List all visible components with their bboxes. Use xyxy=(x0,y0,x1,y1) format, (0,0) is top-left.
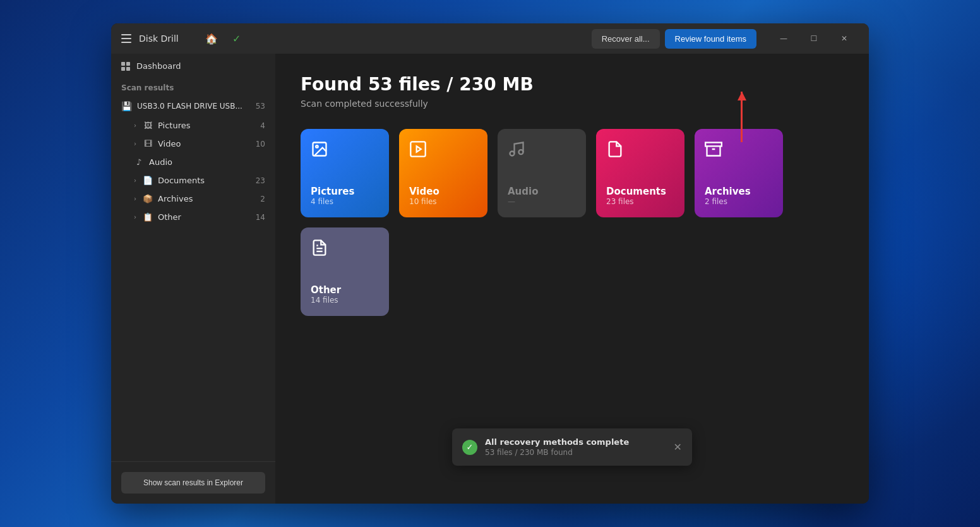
sidebar-item-video[interactable]: › 🎞 Video 10 xyxy=(111,135,275,153)
archives-count: 2 xyxy=(260,195,265,203)
sidebar-item-dashboard[interactable]: Dashboard xyxy=(111,54,275,78)
window-controls: — ☐ ✕ xyxy=(769,28,859,49)
card-documents-icon xyxy=(606,140,674,162)
card-other[interactable]: Other 14 files xyxy=(301,227,389,316)
audio-icon: ♪ xyxy=(134,157,144,167)
card-pictures-title: Pictures xyxy=(311,186,379,197)
chevron-archives-icon: › xyxy=(134,195,136,202)
chevron-documents-icon: › xyxy=(134,177,136,184)
documents-icon: 📄 xyxy=(143,176,153,185)
device-icon: 💾 xyxy=(121,101,132,111)
other-label: Other xyxy=(158,212,251,222)
sidebar-item-documents[interactable]: › 📄 Documents 23 xyxy=(111,171,275,190)
card-archives-count: 2 files xyxy=(705,197,773,206)
toast-title: All recovery methods complete xyxy=(485,437,666,447)
recover-all-button[interactable]: Recover all... xyxy=(592,29,660,49)
card-audio[interactable]: Audio — xyxy=(498,129,586,217)
arrow-annotation xyxy=(741,92,743,142)
sidebar-item-audio[interactable]: ♪ Audio xyxy=(111,153,275,171)
card-video-icon xyxy=(409,140,477,162)
sidebar-item-archives[interactable]: › 📦 Archives 2 xyxy=(111,190,275,208)
card-documents[interactable]: Documents 23 files xyxy=(596,129,684,217)
card-pictures-icon xyxy=(311,140,379,162)
svg-point-1 xyxy=(316,145,318,148)
toast: ✓ All recovery methods complete 53 files… xyxy=(452,428,692,466)
check-button[interactable]: ✓ xyxy=(227,28,247,49)
card-archives-title: Archives xyxy=(705,186,773,197)
card-pictures-count: 4 files xyxy=(311,197,379,206)
sidebar: Dashboard Scan results 💾 USB3.0 FLASH DR… xyxy=(111,54,275,504)
toast-close-button[interactable]: ✕ xyxy=(674,441,682,453)
svg-marker-3 xyxy=(417,146,421,152)
pictures-label: Pictures xyxy=(158,121,255,130)
card-archives-icon xyxy=(705,140,773,162)
sidebar-item-other[interactable]: › 📋 Other 14 xyxy=(111,208,275,226)
title-bar-actions: Recover all... Review found items — ☐ ✕ xyxy=(592,28,859,49)
video-count: 10 xyxy=(256,140,265,148)
archives-label: Archives xyxy=(158,194,255,203)
title-bar: Disk Drill 🏠 ✓ Recover all... Review fou… xyxy=(111,23,869,54)
app-title: Disk Drill xyxy=(139,33,179,44)
scan-results-section-label: Scan results xyxy=(111,78,275,96)
dashboard-label: Dashboard xyxy=(136,61,181,71)
title-bar-nav: 🏠 ✓ xyxy=(201,28,247,49)
sidebar-device[interactable]: 💾 USB3.0 FLASH DRIVE USB... 53 xyxy=(111,96,275,116)
dashboard-icon xyxy=(121,62,130,71)
device-count: 53 xyxy=(256,102,265,111)
card-video[interactable]: Video 10 files xyxy=(399,129,487,217)
pictures-count: 4 xyxy=(260,121,265,130)
chevron-other-icon: › xyxy=(134,214,136,221)
app-window: Disk Drill 🏠 ✓ Recover all... Review fou… xyxy=(111,23,869,504)
found-title: Found 53 files / 230 MB xyxy=(301,74,844,95)
card-other-title: Other xyxy=(311,284,379,296)
show-explorer-button[interactable]: Show scan results in Explorer xyxy=(121,472,265,494)
maximize-button[interactable]: ☐ xyxy=(799,28,828,49)
cards-grid: Pictures 4 files Video 10 files xyxy=(301,129,844,316)
archives-icon: 📦 xyxy=(143,194,153,203)
svg-rect-2 xyxy=(410,142,425,156)
toast-subtitle: 53 files / 230 MB found xyxy=(485,448,666,457)
video-icon: 🎞 xyxy=(143,139,153,148)
card-audio-title: Audio xyxy=(508,186,576,197)
card-audio-count: — xyxy=(508,197,576,206)
card-other-icon xyxy=(311,239,379,260)
device-name: USB3.0 FLASH DRIVE USB... xyxy=(137,102,251,111)
card-pictures[interactable]: Pictures 4 files xyxy=(301,129,389,217)
card-video-title: Video xyxy=(409,186,477,197)
svg-point-5 xyxy=(519,150,523,154)
title-bar-left: Disk Drill 🏠 ✓ xyxy=(121,28,247,49)
card-video-count: 10 files xyxy=(409,197,477,206)
review-found-button[interactable]: Review found items xyxy=(665,29,756,49)
svg-rect-6 xyxy=(705,143,722,147)
chevron-pictures-icon: › xyxy=(134,122,136,129)
audio-label: Audio xyxy=(149,157,260,167)
card-documents-count: 23 files xyxy=(606,197,674,206)
close-button[interactable]: ✕ xyxy=(830,28,859,49)
svg-point-4 xyxy=(510,152,515,156)
card-documents-title: Documents xyxy=(606,186,674,197)
other-icon: 📋 xyxy=(143,212,153,222)
chevron-video-icon: › xyxy=(134,140,136,147)
card-archives[interactable]: Archives 2 files xyxy=(695,129,783,217)
toast-container: ✓ All recovery methods complete 53 files… xyxy=(452,428,692,466)
card-audio-icon xyxy=(508,140,576,162)
pictures-icon: 🖼 xyxy=(143,121,153,130)
main-layout: Dashboard Scan results 💾 USB3.0 FLASH DR… xyxy=(111,54,869,504)
sidebar-footer: Show scan results in Explorer xyxy=(111,461,275,504)
card-other-count: 14 files xyxy=(311,296,379,305)
other-count: 14 xyxy=(256,213,265,222)
found-subtitle: Scan completed successfully xyxy=(301,99,844,109)
hamburger-menu-icon[interactable] xyxy=(121,34,131,43)
documents-label: Documents xyxy=(158,176,251,185)
toast-check-icon: ✓ xyxy=(462,440,477,455)
minimize-button[interactable]: — xyxy=(769,28,798,49)
arrow-line xyxy=(741,92,743,142)
video-label: Video xyxy=(158,139,251,148)
documents-count: 23 xyxy=(256,176,265,185)
home-button[interactable]: 🏠 xyxy=(201,28,222,49)
sidebar-item-pictures[interactable]: › 🖼 Pictures 4 xyxy=(111,116,275,135)
content-area: Found 53 files / 230 MB Scan completed s… xyxy=(275,54,869,504)
toast-content: All recovery methods complete 53 files /… xyxy=(485,437,666,457)
